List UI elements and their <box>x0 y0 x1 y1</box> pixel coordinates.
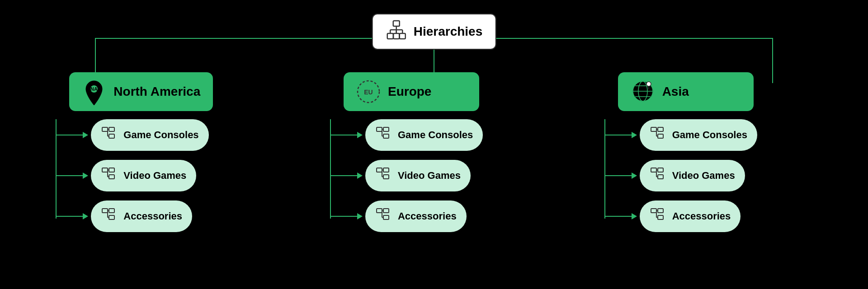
column-europe: EU Europe <box>316 72 552 232</box>
column-asia: Asia <box>591 72 826 232</box>
svg-rect-59 <box>658 134 663 138</box>
asia-accessories-row: Accessories <box>591 200 757 232</box>
svg-rect-31 <box>377 127 382 131</box>
na-video-games-pill[interactable]: Video Games <box>91 160 196 191</box>
svg-rect-44 <box>383 209 389 213</box>
svg-rect-65 <box>658 175 663 179</box>
eu-video-games-row: Video Games <box>316 160 483 191</box>
na-arrow-3 <box>83 213 88 219</box>
eu-game-consoles-row: Game Consoles <box>316 119 483 151</box>
eu-circle-icon: EU <box>356 79 381 104</box>
europe-label: Europe <box>388 84 431 99</box>
hierarchy-child-icon-3 <box>101 207 118 226</box>
na-game-consoles-label: Game Consoles <box>123 129 198 141</box>
asia-video-games-row: Video Games <box>591 160 757 191</box>
svg-rect-25 <box>109 215 114 219</box>
eu-video-games-label: Video Games <box>398 170 461 182</box>
svg-rect-43 <box>377 209 382 213</box>
svg-rect-24 <box>109 209 114 213</box>
na-video-games-row: Video Games <box>42 160 208 191</box>
north-america-label: North America <box>113 84 200 99</box>
svg-rect-70 <box>658 209 663 213</box>
na-accessories-pill[interactable]: Accessories <box>91 200 192 232</box>
na-horiz-2 <box>56 175 83 176</box>
na-arrow-1 <box>83 132 88 138</box>
na-horiz-1 <box>56 135 83 135</box>
svg-rect-13 <box>109 134 114 138</box>
svg-rect-37 <box>377 168 382 172</box>
asia-accessories-pill[interactable]: Accessories <box>640 200 741 232</box>
svg-rect-39 <box>383 175 389 179</box>
asia-video-games-label: Video Games <box>672 170 735 182</box>
eu-horiz-1 <box>330 135 357 135</box>
region-header-asia: Asia <box>618 72 754 111</box>
hierarchy-child-icon <box>101 126 118 144</box>
eu-accessories-row: Accessories <box>316 200 483 232</box>
svg-text:NA: NA <box>90 86 98 92</box>
svg-rect-32 <box>383 127 389 131</box>
asia-hier-icon-1 <box>650 126 667 144</box>
asia-video-games-pill[interactable]: Video Games <box>640 160 745 191</box>
svg-rect-63 <box>651 168 656 172</box>
na-arrow-2 <box>83 172 88 179</box>
asia-children: Game Consoles <box>591 119 757 232</box>
region-header-europe: EU Europe <box>344 72 479 111</box>
svg-rect-2 <box>393 33 399 39</box>
asia-hier-icon-2 <box>650 166 667 185</box>
asia-horiz-3 <box>604 216 632 217</box>
asia-hier-icon-3 <box>650 207 667 226</box>
map-pin-icon: NA <box>82 79 106 104</box>
asia-horiz-2 <box>604 175 632 176</box>
asia-game-consoles-pill[interactable]: Game Consoles <box>640 119 757 151</box>
eu-game-consoles-label: Game Consoles <box>398 129 473 141</box>
na-game-consoles-pill[interactable]: Game Consoles <box>91 119 208 151</box>
eu-hier-icon-2 <box>375 166 392 185</box>
asia-game-consoles-row: Game Consoles <box>591 119 757 151</box>
svg-rect-3 <box>400 33 406 39</box>
na-horiz-3 <box>56 216 83 217</box>
asia-game-consoles-label: Game Consoles <box>672 129 747 141</box>
na-game-consoles-row: Game Consoles <box>42 119 208 151</box>
svg-point-55 <box>646 82 651 86</box>
hierarchy-child-icon-2 <box>101 166 118 185</box>
svg-rect-57 <box>651 127 656 131</box>
eu-arrow-2 <box>357 172 363 179</box>
column-north-america: NA North America <box>42 72 277 232</box>
globe-pin-icon <box>631 79 655 104</box>
svg-text:EU: EU <box>364 89 373 96</box>
svg-rect-69 <box>651 209 656 213</box>
svg-rect-12 <box>109 127 114 131</box>
main-container: Hierarchies NA North America <box>23 14 845 275</box>
north-america-children: Game Consoles <box>42 119 208 232</box>
eu-hier-icon-3 <box>375 207 392 226</box>
europe-children: Game Consoles <box>316 119 483 232</box>
asia-arrow-3 <box>632 213 637 219</box>
region-header-north-america: NA North America <box>69 72 213 111</box>
svg-rect-0 <box>393 21 400 26</box>
svg-rect-11 <box>102 127 108 131</box>
eu-horiz-3 <box>330 216 357 217</box>
svg-rect-64 <box>658 168 663 172</box>
eu-accessories-pill[interactable]: Accessories <box>365 200 467 232</box>
eu-arrow-1 <box>357 132 363 138</box>
eu-video-games-pill[interactable]: Video Games <box>365 160 471 191</box>
svg-rect-23 <box>102 209 108 213</box>
eu-hier-icon-1 <box>375 126 392 144</box>
svg-rect-71 <box>658 215 663 219</box>
svg-rect-19 <box>109 175 114 179</box>
asia-arrow-1 <box>632 132 637 138</box>
asia-arrow-2 <box>632 172 637 179</box>
eu-game-consoles-pill[interactable]: Game Consoles <box>365 119 483 151</box>
eu-accessories-label: Accessories <box>398 210 457 222</box>
asia-accessories-label: Accessories <box>672 210 731 222</box>
hierarchy-icon <box>386 20 407 43</box>
header-box: Hierarchies <box>372 14 496 50</box>
na-accessories-label: Accessories <box>123 210 182 222</box>
svg-rect-58 <box>658 127 663 131</box>
svg-rect-18 <box>109 168 114 172</box>
eu-horiz-2 <box>330 175 357 176</box>
na-accessories-row: Accessories <box>42 200 208 232</box>
na-video-games-label: Video Games <box>123 170 186 182</box>
svg-rect-38 <box>383 168 389 172</box>
svg-rect-17 <box>102 168 108 172</box>
